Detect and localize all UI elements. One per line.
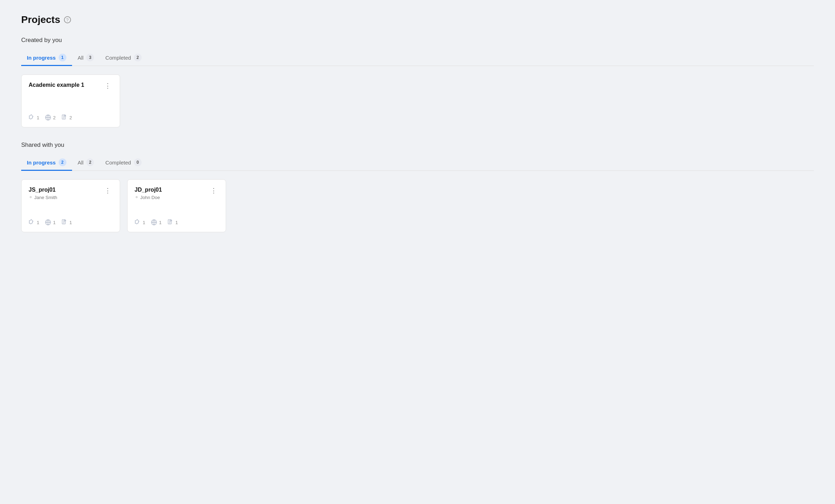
card-stat-document: 1: [167, 219, 178, 226]
card-stat-globe: 1: [45, 219, 55, 226]
card-footer: 1 2: [29, 114, 113, 121]
card-title: Academic example 1: [29, 82, 103, 88]
tab-created-all-badge: 3: [86, 54, 94, 61]
tab-shared-completed-label: Completed: [105, 160, 131, 166]
card-stat-puzzle: 1: [29, 219, 39, 226]
stat-document-value: 2: [69, 115, 72, 120]
card-owner: John Doe: [140, 195, 160, 200]
more-options-icon[interactable]: ⋮: [103, 187, 113, 194]
project-card-academic-example-1[interactable]: Academic example 1 ⋮ 1: [21, 74, 120, 127]
puzzle-icon: [29, 219, 35, 226]
card-stat-document: 1: [61, 219, 72, 226]
stat-globe-value: 1: [53, 220, 55, 225]
help-icon[interactable]: ?: [64, 16, 71, 23]
stat-globe-value: 1: [159, 220, 161, 225]
tab-shared-all[interactable]: All 2: [72, 155, 100, 171]
document-icon: [167, 219, 173, 226]
card-stat-document: 2: [61, 114, 72, 121]
card-subtitle: ⚬ John Doe: [135, 194, 165, 200]
document-icon: [61, 114, 67, 121]
created-by-you-section: Created by you In progress 1 All 3 Compl…: [21, 37, 814, 127]
tab-shared-in-progress-label: In progress: [27, 160, 56, 166]
more-options-icon[interactable]: ⋮: [209, 187, 219, 194]
card-stat-globe: 1: [151, 219, 161, 226]
project-card-js-proj01[interactable]: JS_proj01 ⚬ Jane Smith ⋮ 1: [21, 179, 120, 232]
card-header: Academic example 1 ⋮: [29, 82, 113, 90]
shared-with-you-section: Shared with you In progress 2 All 2 Comp…: [21, 142, 814, 232]
card-stat-puzzle: 1: [29, 114, 39, 121]
globe-icon: [45, 114, 51, 121]
tab-shared-in-progress[interactable]: In progress 2: [21, 155, 72, 171]
globe-icon: [151, 219, 157, 226]
tab-created-in-progress[interactable]: In progress 1: [21, 50, 72, 66]
card-header: JD_proj01 ⚬ John Doe ⋮: [135, 187, 219, 200]
card-stat-puzzle: 1: [135, 219, 145, 226]
tab-shared-all-badge: 2: [86, 158, 94, 166]
stat-puzzle-value: 1: [37, 220, 39, 225]
shared-cards-grid: JS_proj01 ⚬ Jane Smith ⋮ 1: [21, 179, 814, 232]
created-by-you-title: Created by you: [21, 37, 814, 44]
tab-created-completed[interactable]: Completed 2: [100, 50, 147, 66]
card-stat-globe: 2: [45, 114, 55, 121]
tab-shared-in-progress-badge: 2: [59, 158, 66, 166]
puzzle-icon: [135, 219, 141, 226]
tab-created-all[interactable]: All 3: [72, 50, 100, 66]
card-footer: 1 1: [135, 219, 219, 226]
card-header: JS_proj01 ⚬ Jane Smith ⋮: [29, 187, 113, 200]
document-icon: [61, 219, 67, 226]
page-title: Projects: [21, 14, 60, 25]
stat-globe-value: 2: [53, 115, 55, 120]
globe-icon: [45, 219, 51, 226]
project-card-jd-proj01[interactable]: JD_proj01 ⚬ John Doe ⋮ 1: [127, 179, 226, 232]
more-options-icon[interactable]: ⋮: [103, 82, 113, 90]
page-header: Projects ?: [21, 14, 814, 25]
shared-with-you-title: Shared with you: [21, 142, 814, 149]
card-owner: Jane Smith: [34, 195, 57, 200]
tab-shared-completed-badge: 0: [134, 158, 142, 166]
user-icon: ⚬: [29, 194, 33, 200]
tab-created-all-label: All: [78, 55, 84, 61]
stat-puzzle-value: 1: [37, 115, 39, 120]
tab-created-in-progress-label: In progress: [27, 55, 56, 61]
stat-document-value: 1: [175, 220, 178, 225]
card-subtitle: ⚬ Jane Smith: [29, 194, 58, 200]
stat-document-value: 1: [69, 220, 72, 225]
card-title: JS_proj01: [29, 187, 58, 193]
tab-shared-completed[interactable]: Completed 0: [100, 155, 147, 171]
created-tabs: In progress 1 All 3 Completed 2: [21, 50, 814, 66]
stat-puzzle-value: 1: [143, 220, 145, 225]
created-cards-grid: Academic example 1 ⋮ 1: [21, 74, 814, 127]
tab-shared-all-label: All: [78, 160, 84, 166]
tab-created-in-progress-badge: 1: [59, 54, 66, 61]
tab-created-completed-label: Completed: [105, 55, 131, 61]
card-footer: 1 1: [29, 219, 113, 226]
puzzle-icon: [29, 114, 35, 121]
shared-tabs: In progress 2 All 2 Completed 0: [21, 155, 814, 171]
card-title: JD_proj01: [135, 187, 165, 193]
tab-created-completed-badge: 2: [134, 54, 142, 61]
user-icon: ⚬: [135, 194, 139, 200]
